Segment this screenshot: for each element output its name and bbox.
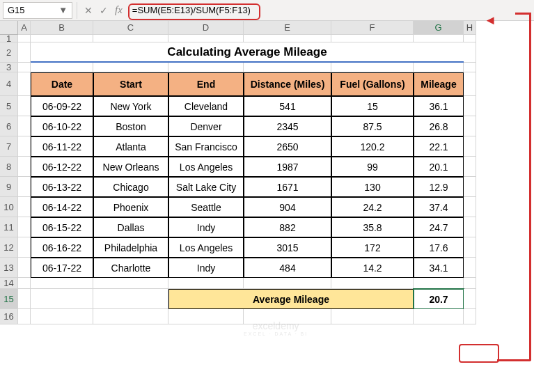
table-cell[interactable]: 882: [244, 217, 331, 237]
cell[interactable]: [244, 278, 331, 289]
cell[interactable]: [18, 72, 31, 96]
row-header[interactable]: 9: [0, 177, 18, 197]
col-header[interactable]: G: [414, 21, 464, 35]
cell[interactable]: [168, 278, 244, 289]
cell[interactable]: [331, 309, 414, 324]
cell[interactable]: [18, 197, 31, 217]
table-cell[interactable]: 26.8: [414, 116, 464, 136]
table-cell[interactable]: Cleveland: [168, 96, 244, 116]
cell[interactable]: [93, 35, 168, 42]
cell[interactable]: [464, 258, 476, 278]
cell[interactable]: [414, 278, 464, 289]
row-header[interactable]: 5: [0, 96, 18, 116]
table-cell[interactable]: Chicago: [93, 177, 168, 197]
row-header[interactable]: 6: [0, 116, 18, 136]
cell[interactable]: [18, 116, 31, 136]
cell[interactable]: [464, 177, 476, 197]
cell[interactable]: [244, 35, 331, 42]
cell[interactable]: [464, 278, 476, 289]
table-cell[interactable]: 172: [331, 237, 414, 258]
table-cell[interactable]: 34.1: [414, 258, 464, 278]
row-header[interactable]: 2: [0, 42, 18, 63]
cell[interactable]: [31, 35, 93, 42]
row-header[interactable]: 14: [0, 278, 18, 289]
table-cell[interactable]: 2650: [244, 136, 331, 157]
cancel-icon[interactable]: ✕: [84, 5, 93, 16]
table-cell[interactable]: 35.8: [331, 217, 414, 237]
cell[interactable]: [464, 157, 476, 177]
cell[interactable]: [31, 309, 93, 324]
cell[interactable]: [18, 289, 31, 309]
cell[interactable]: [18, 278, 31, 289]
table-cell[interactable]: 15: [331, 96, 414, 116]
cell[interactable]: [18, 177, 31, 197]
table-cell[interactable]: 06-16-22: [31, 237, 93, 258]
cell[interactable]: [168, 35, 244, 42]
row-header[interactable]: 15: [0, 289, 18, 309]
col-header[interactable]: D: [168, 21, 244, 35]
table-cell[interactable]: 12.9: [414, 177, 464, 197]
cell[interactable]: [464, 42, 476, 63]
cell[interactable]: [331, 35, 414, 42]
cell[interactable]: [464, 309, 476, 324]
cell[interactable]: [31, 63, 93, 72]
table-cell[interactable]: Los Angeles: [168, 157, 244, 177]
cell[interactable]: [18, 136, 31, 157]
table-cell[interactable]: 37.4: [414, 197, 464, 217]
row-header[interactable]: 12: [0, 237, 18, 258]
cell[interactable]: [464, 116, 476, 136]
table-cell[interactable]: 904: [244, 197, 331, 217]
table-cell[interactable]: Denver: [168, 116, 244, 136]
cell[interactable]: [93, 289, 168, 309]
col-header[interactable]: H: [464, 21, 476, 35]
cell[interactable]: [331, 278, 414, 289]
table-cell[interactable]: Boston: [93, 116, 168, 136]
table-cell[interactable]: Charlotte: [93, 258, 168, 278]
cell[interactable]: [31, 289, 93, 309]
row-header[interactable]: 10: [0, 197, 18, 217]
cell[interactable]: [414, 63, 464, 72]
table-cell[interactable]: 99: [331, 157, 414, 177]
table-cell[interactable]: 06-10-22: [31, 116, 93, 136]
cell[interactable]: [414, 35, 464, 42]
cell[interactable]: [168, 63, 244, 72]
table-cell[interactable]: 3015: [244, 237, 331, 258]
cell[interactable]: [464, 35, 476, 42]
cell[interactable]: [31, 278, 93, 289]
cell[interactable]: [93, 278, 168, 289]
table-cell[interactable]: 36.1: [414, 96, 464, 116]
table-cell[interactable]: 24.7: [414, 217, 464, 237]
cell[interactable]: [244, 309, 331, 324]
cell[interactable]: [464, 136, 476, 157]
cell[interactable]: [18, 258, 31, 278]
row-header[interactable]: 1: [0, 35, 18, 42]
table-cell[interactable]: 06-13-22: [31, 177, 93, 197]
cell[interactable]: [93, 309, 168, 324]
table-cell[interactable]: 22.1: [414, 136, 464, 157]
table-cell[interactable]: 06-15-22: [31, 217, 93, 237]
table-cell[interactable]: 17.6: [414, 237, 464, 258]
cell[interactable]: [168, 309, 244, 324]
cell[interactable]: [18, 157, 31, 177]
table-cell[interactable]: 06-14-22: [31, 197, 93, 217]
cell[interactable]: [93, 63, 168, 72]
col-header[interactable]: B: [31, 21, 93, 35]
table-cell[interactable]: 06-11-22: [31, 136, 93, 157]
col-header[interactable]: E: [244, 21, 331, 35]
col-header[interactable]: F: [331, 21, 414, 35]
table-cell[interactable]: Phoenix: [93, 197, 168, 217]
cell[interactable]: [18, 309, 31, 324]
table-cell[interactable]: Atlanta: [93, 136, 168, 157]
table-cell[interactable]: San Francisco: [168, 136, 244, 157]
formula-bar[interactable]: =SUM(E5:E13)/SUM(F5:F13): [128, 5, 534, 15]
table-cell[interactable]: Philadelphia: [93, 237, 168, 258]
table-cell[interactable]: 14.2: [331, 258, 414, 278]
cell[interactable]: [464, 217, 476, 237]
cell[interactable]: [464, 289, 476, 309]
average-value-cell[interactable]: 20.7: [414, 289, 464, 309]
table-cell[interactable]: 1671: [244, 177, 331, 197]
table-cell[interactable]: Los Angeles: [168, 237, 244, 258]
col-header[interactable]: C: [93, 21, 168, 35]
cell[interactable]: [18, 42, 31, 63]
table-cell[interactable]: New York: [93, 96, 168, 116]
